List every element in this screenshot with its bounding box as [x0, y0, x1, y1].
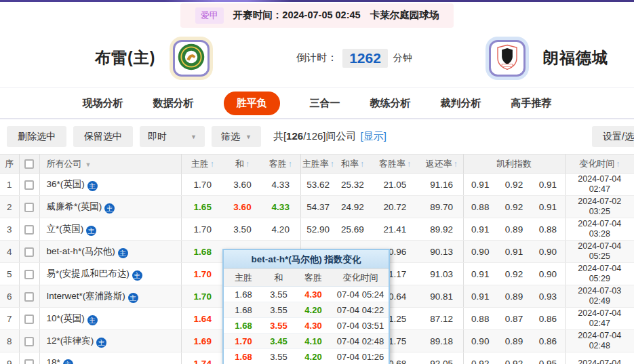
row-checkbox[interactable]: [24, 270, 34, 279]
popup-change-time: 07-04 05:24: [332, 287, 389, 302]
filter-dropdown[interactable]: 筛选 ▼: [212, 126, 261, 147]
row-checkbox[interactable]: [24, 203, 34, 212]
tab-live-analysis[interactable]: 现场分析: [83, 97, 123, 110]
header-home-rate[interactable]: 主胜率↑: [300, 155, 336, 174]
home-badge-icon: 主: [87, 181, 98, 191]
company-name: bet-at-h*(马尔他): [47, 246, 115, 256]
home-rate-cell: 52.90: [300, 218, 336, 241]
table-toolbar: 删除选中 保留选中 即时 ▼ 筛选 ▼ 共[126/126]间公司 [显示] 设…: [0, 119, 634, 154]
change-time-cell: 2024-07-0405:29: [565, 263, 634, 285]
change-time-cell: 2024-07-0402:48: [565, 330, 634, 352]
company-cell[interactable]: Interwet*(塞浦路斯)主: [39, 285, 181, 308]
delete-selected-button[interactable]: 删除选中: [7, 126, 66, 147]
header-draw-odds[interactable]: 和↑: [224, 155, 261, 174]
tab-three-in-one[interactable]: 三合一: [310, 97, 340, 110]
filter-dropdown-label: 筛选: [221, 131, 240, 143]
row-checkbox[interactable]: [24, 292, 34, 302]
popup-row: 1.68 3.55 4.30 07-04 03:51: [224, 318, 389, 333]
tab-data-analysis[interactable]: 数据分析: [153, 97, 194, 110]
row-seq: 2: [0, 196, 19, 218]
company-cell[interactable]: bet-at-h*(马尔他)主: [39, 241, 181, 263]
row-seq: 1: [0, 174, 19, 196]
company-cell[interactable]: 18*主: [39, 352, 181, 364]
table-row: 2 威廉希*(英国)主 1.65 3.60 4.33 54.37 24.92 2…: [0, 196, 634, 218]
company-cell[interactable]: 立*(英国)主: [39, 218, 181, 241]
company-name: 18*: [47, 357, 60, 364]
popup-change-time: 07-04 03:51: [332, 318, 389, 333]
away-odds-cell: 4.33: [261, 196, 300, 218]
page: 爱甲 开赛时间：2024-07-05 02:45 卡莱尔庭园球场 布雷(主) 倒…: [0, 0, 634, 364]
row-checkbox[interactable]: [24, 180, 34, 190]
company-cell[interactable]: 10*(英国)主: [39, 308, 181, 330]
popup-home-odds: 1.68: [224, 302, 263, 318]
company-cell[interactable]: 12*(菲律宾)主: [39, 330, 181, 352]
row-seq: 6: [0, 285, 19, 308]
away-team-logo: [489, 40, 526, 77]
company-cell[interactable]: 易*(安提瓜和巴布达)主: [39, 263, 181, 285]
row-checkbox-cell: [19, 285, 39, 308]
return-rate-cell: 92.05: [420, 352, 463, 364]
popup-home-odds: 1.68: [224, 318, 263, 333]
popup-change-time: 07-04 02:48: [332, 333, 389, 349]
row-checkbox[interactable]: [24, 359, 34, 364]
company-cell[interactable]: 36*(英国)主: [39, 174, 181, 196]
row-checkbox[interactable]: [24, 247, 34, 257]
tab-referee-analysis[interactable]: 裁判分析: [441, 97, 481, 110]
header-seq: 序: [0, 155, 19, 174]
header-change-time[interactable]: 变化时间↑: [565, 155, 634, 174]
keep-selected-button[interactable]: 保留选中: [73, 126, 133, 147]
odds-table-header: 序 所有公司▼ 主胜↑ 和↑ 客胜↑ 主胜率↑ 和率↑ 客胜率↑ 返还率↑ 凯利…: [0, 155, 634, 174]
company-name: 威廉希*(英国): [47, 201, 102, 211]
change-time-cell: 2024-07-0402:47: [565, 308, 634, 330]
tab-expert-picks[interactable]: 高手推荐: [511, 97, 552, 110]
sort-asc-icon: ↑: [360, 159, 364, 169]
chevron-down-icon: ▼: [245, 134, 252, 140]
header-kelly-index: 凯利指数: [463, 155, 565, 174]
header-home-odds[interactable]: 主胜↑: [181, 155, 224, 174]
row-checkbox[interactable]: [24, 315, 34, 324]
chevron-down-icon: ▼: [191, 134, 197, 140]
company-cell[interactable]: 威廉希*(英国)主: [39, 196, 181, 218]
away-team: 朗福德城: [375, 40, 634, 77]
filter-caret-icon: ▼: [85, 161, 92, 168]
match-info-bar: 爱甲 开赛时间：2024-07-05 02:45 卡莱尔庭园球场: [0, 2, 634, 28]
away-rate-cell: 21.41: [370, 218, 420, 241]
company-count-text: 共[126/126]间公司: [273, 130, 357, 143]
instant-dropdown[interactable]: 即时 ▼: [140, 126, 205, 147]
popup-away-odds: 4.30: [294, 287, 332, 302]
settings-button[interactable]: 设置/选: [592, 126, 634, 147]
change-time-cell: 2024-07-04: [565, 352, 634, 364]
show-link[interactable]: [显示]: [361, 130, 387, 143]
change-time-cell: 2024-07-0402:47: [565, 174, 634, 196]
countdown: 倒计时： 1262 分钟: [296, 49, 412, 68]
draw-rate-cell: 25.32: [336, 174, 370, 196]
header-away-odds[interactable]: 客胜↑: [261, 155, 300, 174]
row-checkbox[interactable]: [24, 337, 34, 346]
popup-header-time: 变化时间: [332, 269, 389, 287]
row-checkbox[interactable]: [24, 225, 34, 235]
header-company[interactable]: 所有公司▼: [39, 155, 181, 174]
kelly-away-cell: 0.86: [531, 330, 565, 352]
return-rate-cell: 91.16: [420, 174, 463, 196]
return-rate-cell: 90.81: [420, 285, 463, 308]
kelly-home-cell: 0.91: [463, 263, 497, 285]
return-rate-cell: 91.03: [420, 263, 463, 285]
header-draw-rate[interactable]: 和率↑: [336, 155, 370, 174]
popup-away-odds: 4.20: [294, 302, 332, 318]
header-away-rate[interactable]: 客胜率↑: [370, 155, 420, 174]
row-checkbox-cell: [19, 174, 39, 196]
tab-win-draw-lose[interactable]: 胜平负: [224, 92, 280, 115]
company-name: 12*(菲律宾): [47, 336, 94, 346]
row-checkbox-cell: [19, 263, 39, 285]
instant-dropdown-value: 即时: [148, 131, 167, 143]
home-badge-icon: 主: [132, 270, 142, 281]
header-return-rate[interactable]: 返还率↑: [420, 155, 463, 174]
popup-away-odds: 4.10: [294, 333, 332, 349]
tab-coach-analysis[interactable]: 教练分析: [370, 97, 411, 110]
popup-row: 1.68 3.55 4.20 07-04 04:22: [224, 302, 389, 318]
header-checkbox-cell: [19, 155, 39, 174]
away-rate-cell: 21.05: [370, 174, 420, 196]
home-badge-icon: 主: [63, 359, 73, 364]
select-all-checkbox[interactable]: [24, 159, 34, 169]
home-badge-icon: 主: [86, 226, 96, 236]
